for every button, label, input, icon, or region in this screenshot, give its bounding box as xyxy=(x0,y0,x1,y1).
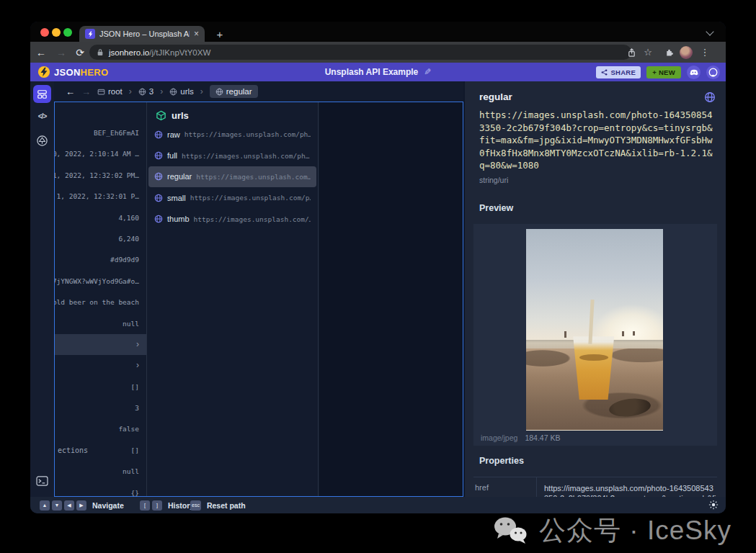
discord-icon xyxy=(690,69,698,76)
tab-title: JSON Hero – Unsplash API Exa xyxy=(99,30,190,38)
chevron-right-icon: › xyxy=(160,86,163,96)
url-bar[interactable]: jsonhero.io/j/tJIKnpVtY0XW xyxy=(89,45,631,60)
globe-icon xyxy=(154,151,163,160)
fullscreen-window-button[interactable] xyxy=(63,28,72,37)
chevron-right-icon: › xyxy=(136,355,139,376)
breadcrumb-back-icon[interactable]: ← xyxy=(66,86,75,97)
json-row[interactable]: #d9d9d9 xyxy=(55,249,146,270)
tab-close-icon[interactable]: × xyxy=(194,29,199,39)
theme-toggle-button[interactable] xyxy=(708,500,719,513)
breadcrumb: ← → root › 3 › xyxy=(54,81,463,102)
tree-view-icon xyxy=(36,135,48,147)
breadcrumb-item-root[interactable]: root xyxy=(97,87,123,96)
json-row[interactable]: 7jYNGWX?wWVjYod9Ga#o… xyxy=(55,271,146,292)
properties-heading: Properties xyxy=(479,456,716,468)
property-value[interactable]: https://images.unsplash.com/photo-164350… xyxy=(537,477,717,498)
sun-icon xyxy=(708,500,719,510)
cube-icon xyxy=(156,110,166,121)
key-down-icon: ▼ xyxy=(52,500,62,511)
status-bar: ▲ ▼ ◀ ▶ Navigate [ ] History esc Reset p… xyxy=(30,497,726,513)
key-right-icon: ▶ xyxy=(76,500,86,511)
detail-panel: regular https://images.unsplash.com/phot… xyxy=(465,81,726,497)
json-row[interactable]: ections[] xyxy=(55,440,146,461)
tab-strip: JSON Hero – Unsplash API Exa × + xyxy=(30,22,726,42)
share-page-button[interactable] xyxy=(623,42,639,63)
detail-value[interactable]: https://images.unsplash.com/photo-164350… xyxy=(479,109,717,172)
share-button[interactable]: SHARE xyxy=(596,66,641,78)
key-left-icon: ◀ xyxy=(64,500,74,511)
new-document-button[interactable]: + NEW xyxy=(646,66,681,78)
json-row-urls-selected[interactable]: › xyxy=(55,334,146,355)
column-view: BEF_Eh6FmAI 0, 2022, 2:10:14 AM … 1, 202… xyxy=(54,102,463,497)
github-button[interactable] xyxy=(706,66,720,79)
browser-menu-icon[interactable]: ⋮ xyxy=(697,42,713,63)
key-up-icon: ▲ xyxy=(40,500,50,511)
urls-column-title: urls xyxy=(172,110,189,121)
json-row[interactable]: old beer on the beach xyxy=(55,292,146,313)
edit-title-icon[interactable]: ✎ xyxy=(424,67,431,77)
json-row[interactable]: 1, 2022, 12:32:02 PM… xyxy=(55,165,146,186)
json-row[interactable]: null xyxy=(55,461,146,482)
close-window-button[interactable] xyxy=(40,28,49,37)
json-row[interactable]: null xyxy=(55,313,146,334)
json-row[interactable]: › xyxy=(55,355,146,376)
minimize-window-button[interactable] xyxy=(52,28,61,37)
key-rbracket-icon: ] xyxy=(152,500,162,511)
json-row[interactable]: 0, 2022, 2:10:14 AM … xyxy=(55,143,146,164)
reload-button[interactable]: ⟳ xyxy=(72,42,88,63)
json-row[interactable]: BEF_Eh6FmAI xyxy=(55,122,146,143)
url-text: jsonhero.io/j/tJIKnpVtY0XW xyxy=(109,48,210,57)
detail-type: string/uri xyxy=(479,176,716,186)
browser-tab[interactable]: JSON Hero – Unsplash API Exa × xyxy=(79,26,205,42)
globe-icon xyxy=(154,130,163,139)
tab-search-chevron-icon[interactable] xyxy=(706,27,713,35)
key-esc-icon: esc xyxy=(190,500,201,511)
globe-icon xyxy=(154,194,163,202)
column-view-button[interactable] xyxy=(33,85,51,103)
box-icon xyxy=(97,88,105,96)
discord-button[interactable] xyxy=(687,66,701,79)
image-meta: image/jpeg 184.47 KB xyxy=(481,433,560,442)
json-view-button[interactable]: </> xyxy=(30,112,54,120)
breadcrumb-item-index[interactable]: 3 xyxy=(138,87,154,96)
url-item-regular-selected[interactable]: regular https://images.unsplash.com… xyxy=(148,166,316,187)
json-row[interactable]: 3 xyxy=(55,397,146,418)
breadcrumb-forward-icon[interactable]: → xyxy=(81,86,91,97)
back-button[interactable]: ← xyxy=(33,42,49,63)
url-item-full[interactable]: full https://images.unsplash.com/ph… xyxy=(148,145,316,166)
terminal-button[interactable] xyxy=(30,476,54,486)
browser-window: JSON Hero – Unsplash API Exa × + ← → ⟳ j… xyxy=(30,22,726,513)
globe-icon xyxy=(169,88,177,96)
tree-view-button[interactable] xyxy=(30,135,54,147)
json-row[interactable]: 6,240 xyxy=(55,228,146,249)
globe-icon xyxy=(154,215,163,223)
share-nodes-icon xyxy=(601,69,608,76)
reset-path-label: Reset path xyxy=(207,501,246,510)
globe-icon xyxy=(215,88,223,96)
json-row[interactable]: 4,160 xyxy=(55,207,146,228)
url-item-thumb[interactable]: thumb https://images.unsplash.com/… xyxy=(148,209,316,230)
url-item-small[interactable]: small https://images.unsplash.com/p… xyxy=(148,187,316,208)
json-row[interactable]: 1, 2022, 12:32:01 P… xyxy=(55,186,146,207)
breadcrumb-item-urls[interactable]: urls xyxy=(169,87,194,96)
json-row[interactable]: {} xyxy=(55,482,146,496)
profile-avatar[interactable] xyxy=(678,42,694,63)
chevron-right-icon: › xyxy=(136,334,139,355)
url-item-raw[interactable]: raw https://images.unsplash.com/ph… xyxy=(148,124,316,145)
image-mime: image/jpeg xyxy=(481,433,517,442)
jsonhero-favicon xyxy=(85,29,95,39)
jsonhero-logo[interactable]: JSONHERO xyxy=(37,63,108,81)
json-row[interactable]: false xyxy=(55,418,146,439)
navigate-label: Navigate xyxy=(92,501,124,510)
bookmark-star-icon[interactable]: ☆ xyxy=(640,42,656,63)
columns-area: ← → root › 3 › xyxy=(54,81,463,497)
new-tab-button[interactable]: + xyxy=(212,26,228,42)
column-urls: urls raw https://images.unsplash.com/ph…… xyxy=(147,102,319,496)
detail-title: regular xyxy=(479,91,512,102)
chevron-right-icon: › xyxy=(200,86,203,96)
forward-button[interactable]: → xyxy=(53,42,69,63)
breadcrumb-item-regular[interactable]: regular xyxy=(210,85,258,98)
extensions-puzzle-icon[interactable] xyxy=(661,42,677,63)
json-row[interactable]: [] xyxy=(55,377,146,397)
globe-icon xyxy=(138,88,146,96)
